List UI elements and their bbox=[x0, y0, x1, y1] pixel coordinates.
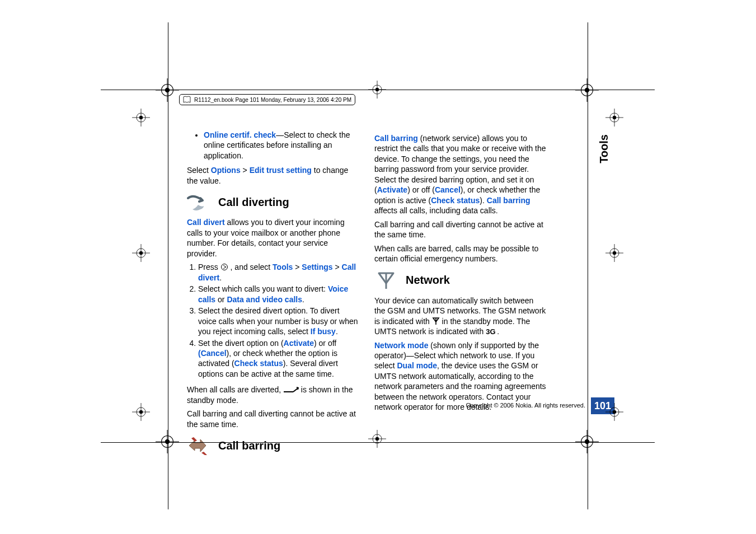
select-options-line: Select Options > Edit trust setting to c… bbox=[187, 165, 359, 186]
right-column: Call barring (network service) allows yo… bbox=[374, 130, 546, 461]
umts-3g-indicator-icon: 3G bbox=[486, 327, 497, 335]
svg-marker-3 bbox=[191, 437, 197, 442]
svg-marker-2 bbox=[189, 439, 206, 452]
divert-step-2: Select which calls you want to divert: V… bbox=[198, 284, 359, 305]
registration-mark-icon bbox=[368, 81, 386, 99]
network-intro: Your device can automatically switch bet… bbox=[374, 296, 546, 337]
registration-mark-icon bbox=[605, 109, 623, 127]
registration-mark-icon bbox=[156, 430, 179, 453]
barring-emergency-note: When calls are barred, calls may be poss… bbox=[374, 243, 546, 264]
call-divert-icon bbox=[187, 193, 210, 212]
registration-mark-icon bbox=[132, 403, 150, 421]
divert-indicator-icon bbox=[283, 385, 299, 392]
menu-key-icon bbox=[220, 263, 228, 271]
registration-mark-icon bbox=[132, 109, 150, 127]
call-divert-intro: Call divert allows you to divert your in… bbox=[187, 217, 359, 259]
call-barring-icon bbox=[187, 436, 210, 455]
registration-mark-icon bbox=[605, 403, 623, 421]
side-tab-tools: Tools bbox=[598, 134, 611, 163]
copyright-text: Copyright © 2006 Nokia. All rights reser… bbox=[466, 402, 585, 409]
call-barring-heading: Call barring bbox=[187, 436, 359, 455]
barring-exclusive-note: Call barring and call diverting cannot b… bbox=[374, 219, 546, 240]
registration-mark-icon bbox=[132, 244, 150, 262]
divert-step-1: Press , and select Tools > Settings > Ca… bbox=[198, 262, 359, 283]
divert-step-3: Select the desired divert option. To div… bbox=[198, 306, 359, 336]
left-column: Online certif. check—Select to check the… bbox=[187, 130, 359, 461]
network-title: Network bbox=[406, 273, 450, 287]
online-certif-label: Online certif. check bbox=[204, 130, 276, 139]
registration-mark-icon bbox=[368, 430, 386, 448]
divert-standby-note: When all calls are diverted, is shown in… bbox=[187, 385, 359, 405]
svg-marker-4 bbox=[201, 452, 207, 455]
call-diverting-heading: Call diverting bbox=[187, 193, 359, 212]
registration-mark-icon bbox=[156, 78, 179, 102]
barring-intro: Call barring (network service) allows yo… bbox=[374, 133, 546, 216]
call-barring-title: Call barring bbox=[218, 438, 280, 453]
network-antenna-icon bbox=[374, 271, 398, 290]
registration-mark-icon bbox=[575, 430, 599, 453]
divert-barring-exclusive-note: Call barring and call diverting cannot b… bbox=[187, 409, 359, 429]
divert-steps: Press , and select Tools > Settings > Ca… bbox=[187, 262, 359, 379]
online-certif-bullet: Online certif. check—Select to check the… bbox=[204, 130, 359, 161]
registration-mark-icon bbox=[575, 78, 599, 102]
call-diverting-title: Call diverting bbox=[218, 195, 289, 209]
divert-step-4: Set the divert option on (Activate) or o… bbox=[198, 338, 359, 380]
network-heading: Network bbox=[374, 271, 546, 290]
registration-mark-icon bbox=[605, 244, 623, 262]
gsm-indicator-icon bbox=[432, 317, 440, 325]
